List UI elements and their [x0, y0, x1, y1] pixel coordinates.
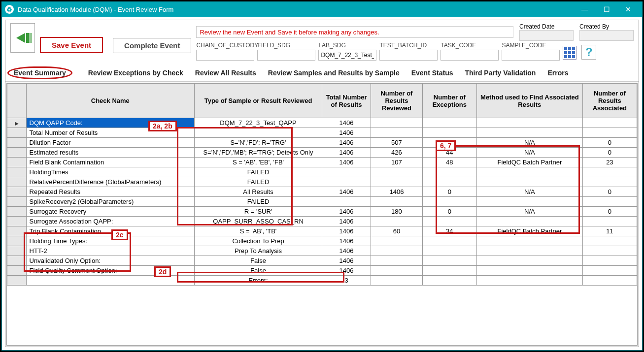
cell-reviewed[interactable]: [371, 118, 423, 128]
tab-review-samples[interactable]: Review Samples and Results by Sample: [268, 69, 400, 77]
cell-assoc[interactable]: [582, 256, 637, 266]
cell-assoc[interactable]: 11: [582, 226, 637, 236]
cell-total[interactable]: 1406: [322, 266, 371, 276]
row-selector[interactable]: [7, 197, 27, 207]
cell-total[interactable]: 1406: [322, 217, 371, 226]
cell-assoc[interactable]: [582, 266, 637, 276]
row-selector[interactable]: [7, 226, 27, 236]
back-button[interactable]: [10, 23, 35, 53]
cell-check[interactable]: Repeated Results: [26, 187, 195, 197]
cell-check[interactable]: [26, 276, 195, 286]
cell-method[interactable]: [476, 167, 582, 177]
row-selector[interactable]: [7, 177, 27, 187]
cell-method[interactable]: [476, 197, 582, 207]
chain-of-custody-input[interactable]: [196, 50, 254, 61]
cell-assoc[interactable]: [582, 128, 637, 138]
table-row[interactable]: Dilution FactorS='N','FD'; R='TRG'140650…: [7, 138, 637, 148]
cell-check[interactable]: DQM QAPP Code:: [26, 118, 195, 128]
save-event-button[interactable]: Save Event: [40, 37, 103, 53]
row-selector[interactable]: [7, 128, 27, 138]
table-row[interactable]: Errors:3: [7, 276, 637, 286]
col-results-associated[interactable]: Number of Results Associated: [582, 84, 637, 118]
cell-assoc[interactable]: 0: [582, 207, 637, 217]
cell-except[interactable]: 0: [422, 187, 476, 197]
cell-check[interactable]: Estimated results: [26, 148, 195, 158]
cell-reviewed[interactable]: 60: [371, 226, 423, 236]
cell-except[interactable]: [422, 256, 476, 266]
cell-type[interactable]: Collection To Prep: [195, 236, 322, 246]
cell-check[interactable]: RelativePercentDifference (GlobalParamet…: [26, 177, 195, 187]
table-row[interactable]: HoldingTimesFAILED: [7, 167, 637, 177]
cell-except[interactable]: [422, 118, 476, 128]
cell-assoc[interactable]: [582, 197, 637, 207]
cell-reviewed[interactable]: 426: [371, 148, 423, 158]
cell-method[interactable]: [476, 128, 582, 138]
row-selector[interactable]: [7, 236, 27, 246]
cell-reviewed[interactable]: 507: [371, 138, 423, 148]
table-row[interactable]: SpikeRecovery2 (GlobalParameters)FAILED: [7, 197, 637, 207]
cell-type[interactable]: Errors:: [195, 276, 322, 286]
cell-check[interactable]: Field Blank Contamination: [26, 158, 195, 167]
row-selector[interactable]: [7, 138, 27, 148]
row-selector[interactable]: [7, 276, 27, 286]
col-exceptions[interactable]: Number of Exceptions: [422, 84, 476, 118]
cell-except[interactable]: [422, 217, 476, 226]
cell-type[interactable]: S = 'AB', 'EB', 'FB': [195, 158, 322, 167]
cell-assoc[interactable]: [582, 236, 637, 246]
cell-total[interactable]: 1406: [322, 118, 371, 128]
cell-reviewed[interactable]: [371, 276, 423, 286]
cell-method[interactable]: N/A: [476, 187, 582, 197]
cell-type[interactable]: S='N','FD'; R='TRG': [195, 138, 322, 148]
row-selector[interactable]: [7, 217, 27, 226]
cell-except[interactable]: 0: [422, 207, 476, 217]
table-row[interactable]: HTT-2Prep To Analysis1406: [7, 246, 637, 256]
row-selector[interactable]: [7, 167, 27, 177]
cell-type[interactable]: QAPP_SURR_ASSO_CAS_RN: [195, 217, 322, 226]
cell-total[interactable]: [322, 167, 371, 177]
tab-review-exceptions[interactable]: Review Exceptions by Check: [88, 69, 183, 77]
cell-type[interactable]: DQM_7_22_3_Test_QAPP: [195, 118, 322, 128]
cell-assoc[interactable]: 0: [582, 148, 637, 158]
cell-method[interactable]: FieldQC Batch Partner: [476, 226, 582, 236]
cell-except[interactable]: [422, 236, 476, 246]
cell-check[interactable]: Holding Time Types:: [26, 236, 195, 246]
task-code-input[interactable]: [441, 50, 499, 61]
tab-event-status[interactable]: Event Status: [411, 69, 453, 77]
cell-type[interactable]: Prep To Analysis: [195, 246, 322, 256]
cell-assoc[interactable]: [582, 217, 637, 226]
maximize-button[interactable]: ☐: [596, 2, 617, 17]
cell-total[interactable]: 1406: [322, 138, 371, 148]
cell-assoc[interactable]: 0: [582, 138, 637, 148]
cell-check[interactable]: Trip Blank Contamination: [26, 226, 195, 236]
table-row[interactable]: Estimated resultsS='N','FD','MB'; R='TRG…: [7, 148, 637, 158]
cell-check[interactable]: Unvalidated Only Option:: [26, 256, 195, 266]
tab-third-party-validation[interactable]: Third Party Validation: [465, 69, 536, 77]
cell-except[interactable]: 10: [422, 138, 476, 148]
cell-check[interactable]: HoldingTimes: [26, 167, 195, 177]
cell-reviewed[interactable]: 107: [371, 158, 423, 167]
cell-type[interactable]: All Results: [195, 187, 322, 197]
row-selector[interactable]: [7, 118, 27, 128]
cell-except[interactable]: [422, 197, 476, 207]
grid-view-icon[interactable]: [563, 46, 576, 60]
cell-except[interactable]: [422, 167, 476, 177]
cell-reviewed[interactable]: [371, 167, 423, 177]
cell-method[interactable]: N/A: [476, 207, 582, 217]
table-row[interactable]: DQM QAPP Code:DQM_7_22_3_Test_QAPP1406: [7, 118, 637, 128]
cell-reviewed[interactable]: [371, 246, 423, 256]
row-selector[interactable]: [7, 246, 27, 256]
cell-assoc[interactable]: [582, 118, 637, 128]
row-selector[interactable]: [7, 158, 27, 167]
tab-review-all-results[interactable]: Review All Results: [195, 69, 256, 77]
results-grid[interactable]: Check Name Type of Sample or Result Revi…: [6, 83, 638, 346]
table-row[interactable]: Surrogate Association QAPP:QAPP_SURR_ASS…: [7, 217, 637, 226]
cell-assoc[interactable]: 0: [582, 187, 637, 197]
cell-check[interactable]: Dilution Factor: [26, 138, 195, 148]
cell-type[interactable]: False: [195, 266, 322, 276]
cell-reviewed[interactable]: [371, 177, 423, 187]
table-row[interactable]: Field Blank ContaminationS = 'AB', 'EB',…: [7, 158, 637, 167]
cell-except[interactable]: 34: [422, 226, 476, 236]
cell-except[interactable]: [422, 177, 476, 187]
cell-except[interactable]: 48: [422, 158, 476, 167]
row-selector[interactable]: [7, 148, 27, 158]
